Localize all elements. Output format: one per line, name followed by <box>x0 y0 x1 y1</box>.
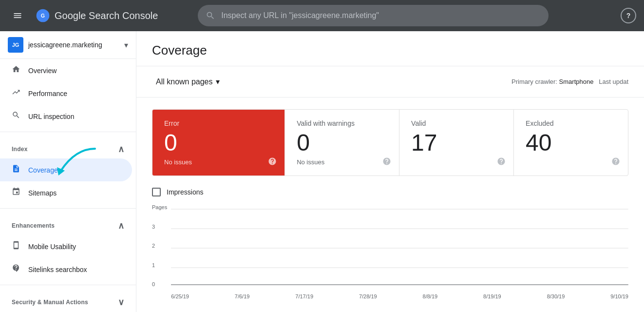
site-chevron-icon: ▾ <box>124 40 128 50</box>
mobile-usability-icon <box>12 241 20 252</box>
filter-chevron-icon: ▾ <box>216 77 220 86</box>
topbar: G Google Search Console ? <box>0 0 644 31</box>
help-button[interactable]: ? <box>621 8 636 23</box>
stat-card-excluded[interactable]: Excluded 40 <box>514 110 628 176</box>
valid-label: Valid <box>411 119 502 127</box>
impressions-checkbox[interactable] <box>152 188 161 196</box>
x-label-3: 7/28/19 <box>359 293 377 299</box>
stat-card-valid-warnings[interactable]: Valid with warnings 0 No issues <box>285 110 399 176</box>
page-title: Coverage <box>152 43 628 58</box>
excluded-help-icon[interactable] <box>611 157 620 168</box>
sidebar-item-mobile-usability[interactable]: Mobile Usability <box>0 235 132 258</box>
y-value-2: 2 <box>152 243 167 249</box>
svg-text:G: G <box>41 13 45 19</box>
filter-right: Primary crawler: Smartphone Last updat <box>511 78 628 85</box>
section-divider-2 <box>0 208 136 209</box>
sitemaps-icon <box>12 187 20 198</box>
x-label-1: 7/6/19 <box>235 293 250 299</box>
x-label-6: 8/30/19 <box>547 293 565 299</box>
x-label-4: 8/8/19 <box>423 293 438 299</box>
y-value-1: 1 <box>152 262 167 268</box>
main-content: Coverage All known pages ▾ Primary crawl… <box>136 31 644 312</box>
sitelinks-searchbox-label: Sitelinks searchbox <box>28 266 87 273</box>
section-divider-1 <box>0 132 136 132</box>
coverage-label: Coverage <box>28 166 58 174</box>
valid-warnings-sub: No issues <box>297 158 387 166</box>
error-help-icon[interactable] <box>268 157 277 168</box>
stat-card-error[interactable]: Error 0 No issues <box>152 110 285 176</box>
sidebar-item-performance[interactable]: Performance <box>0 82 132 105</box>
enhancements-chevron-icon: ∧ <box>118 220 124 231</box>
mobile-usability-label: Mobile Usability <box>28 243 76 251</box>
error-label: Error <box>164 119 273 127</box>
performance-icon <box>12 88 20 99</box>
url-inspection-label: URL inspection <box>28 113 74 120</box>
x-label-2: 7/17/19 <box>295 293 313 299</box>
excluded-value: 40 <box>526 131 616 155</box>
enhancements-section-label: Enhancements <box>12 222 55 229</box>
home-icon <box>12 65 20 76</box>
security-section-label: Security & Manual Actions <box>12 299 88 306</box>
coverage-chart <box>171 204 628 290</box>
y-value-3: 3 <box>152 224 167 230</box>
last-update-label: Last updat <box>599 78 628 85</box>
index-section-label: Index <box>12 146 28 153</box>
search-input[interactable] <box>221 11 541 20</box>
security-chevron-icon: ∨ <box>118 297 124 308</box>
coverage-icon <box>12 164 20 176</box>
filter-label: All known pages <box>156 78 213 86</box>
filter-bar: All known pages ▾ Primary crawler: Smart… <box>136 66 644 98</box>
impressions-label: Impressions <box>167 188 203 196</box>
x-label-0: 6/25/19 <box>171 293 189 299</box>
error-sub: No issues <box>164 158 273 166</box>
site-icon: JG <box>8 37 23 53</box>
index-section-header[interactable]: Index ∧ <box>0 136 136 158</box>
sidebar-item-url-inspection[interactable]: URL inspection <box>0 105 132 128</box>
x-label-5: 8/19/19 <box>483 293 501 299</box>
chart-header: Impressions <box>152 188 628 196</box>
valid-help-icon[interactable] <box>497 157 506 168</box>
stats-row: Error 0 No issues Valid with warnings 0 … <box>152 109 628 176</box>
enhancements-section-header[interactable]: Enhancements ∧ <box>0 213 136 235</box>
overview-label: Overview <box>28 67 57 75</box>
excluded-label: Excluded <box>526 119 616 127</box>
sidebar-item-sitemaps[interactable]: Sitemaps <box>0 181 132 204</box>
sidebar-item-overview[interactable]: Overview <box>0 59 132 82</box>
google-logo-icon: G <box>35 8 51 23</box>
valid-warnings-value: 0 <box>297 131 387 155</box>
site-name: jessicagreene.marketing <box>28 41 119 49</box>
x-label-7: 9/10/19 <box>610 293 628 299</box>
filter-left: All known pages ▾ <box>152 74 224 89</box>
page-header: Coverage <box>136 31 644 66</box>
sitemaps-label: Sitemaps <box>28 189 57 197</box>
app-title: Google Search Console <box>55 10 158 21</box>
main-layout: JG jessicagreene.marketing ▾ Overview Pe… <box>0 31 644 312</box>
y-value-0: 0 <box>152 281 167 287</box>
search-bar[interactable] <box>198 5 549 26</box>
index-chevron-icon: ∧ <box>118 144 124 155</box>
performance-label: Performance <box>28 90 67 98</box>
error-value: 0 <box>164 131 273 155</box>
stat-card-valid[interactable]: Valid 17 <box>399 110 514 176</box>
url-inspection-icon <box>12 111 20 122</box>
valid-value: 17 <box>411 131 502 155</box>
sidebar: JG jessicagreene.marketing ▾ Overview Pe… <box>0 31 136 312</box>
site-selector[interactable]: JG jessicagreene.marketing ▾ <box>0 31 136 59</box>
search-icon <box>206 11 215 20</box>
hamburger-menu[interactable] <box>8 6 27 25</box>
valid-warnings-label: Valid with warnings <box>297 119 387 127</box>
valid-warnings-help-icon[interactable] <box>382 157 391 168</box>
filter-dropdown[interactable]: All known pages ▾ <box>152 74 224 89</box>
section-divider-3 <box>0 285 136 285</box>
security-section-header[interactable]: Security & Manual Actions ∨ <box>0 289 136 312</box>
sitelinks-icon <box>12 264 20 275</box>
primary-crawler-value: Smartphone <box>559 78 594 85</box>
chart-section: Impressions Pages 3 2 1 0 <box>136 176 644 311</box>
app-logo: G Google Search Console <box>35 8 158 23</box>
y-label-pages: Pages <box>152 204 167 210</box>
primary-crawler-label: Primary crawler: <box>511 78 557 85</box>
sidebar-item-coverage[interactable]: Coverage <box>0 158 132 181</box>
sidebar-item-sitelinks-searchbox[interactable]: Sitelinks searchbox <box>0 258 132 281</box>
